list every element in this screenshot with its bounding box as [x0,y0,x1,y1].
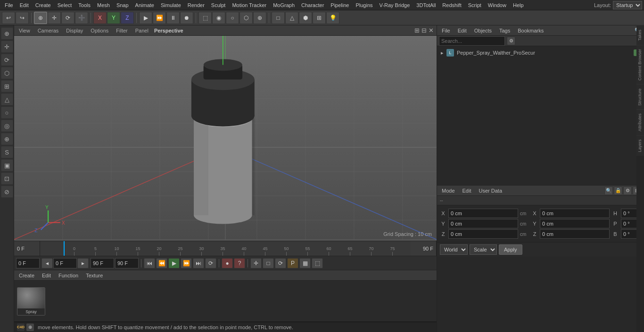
menu-help[interactable]: Help [510,1,527,9]
playback-play-button[interactable]: ▶ [168,258,180,268]
vtab-attributes[interactable]: Attributes [636,109,644,135]
playback-arrow-left[interactable]: ◂ [41,258,53,268]
vtab-takes[interactable]: Takes [636,25,644,45]
coord-x-input[interactable] [448,209,518,218]
rotate-tool-button[interactable]: ⟳ [61,12,74,24]
menu-3dtall[interactable]: 3DTotAll [413,1,438,9]
menu-mograph[interactable]: MoGraph [270,1,297,9]
material-swatch-spray[interactable]: Spray [17,287,45,316]
poly-mode-button[interactable]: ⬢ [299,12,312,24]
om-object-item[interactable]: ▸ L Pepper_Spray_Walther_ProSecur [439,48,642,57]
om-search-input[interactable] [439,36,505,46]
playback-question-button[interactable]: ? [234,258,245,268]
sidebar-btn-10[interactable]: S [1,146,13,158]
attr-search-icon[interactable]: 🔍 [604,186,613,195]
mat-create-menu[interactable]: Create [17,273,36,278]
viewport-settings-icon[interactable]: ⊟ [421,27,427,34]
sidebar-btn-9[interactable]: ⊕ [1,133,13,145]
menu-edit[interactable]: Edit [17,1,32,9]
playback-box-icon[interactable]: □ [263,258,274,268]
attr-mode-menu[interactable]: Mode [440,188,457,194]
snap-hex-button[interactable]: ⬡ [239,12,253,24]
redo-button[interactable]: ↪ [16,12,29,24]
mat-function-menu[interactable]: Function [57,273,80,278]
playback-rot-icon[interactable]: ⟳ [275,258,286,268]
menu-select[interactable]: Select [55,1,75,9]
snap-cube-button[interactable]: ⬚ [198,12,212,24]
menu-tools[interactable]: Tools [75,1,93,9]
om-objects-menu[interactable]: Objects [472,28,494,33]
menu-pipeline[interactable]: Pipeline [328,1,352,9]
menu-motion-tracker[interactable]: Motion Tracker [229,1,269,9]
sidebar-btn-7[interactable]: ○ [1,106,13,119]
timeline-ruler[interactable]: 0 5 10 15 20 25 30 35 40 45 50 55 60 65 … [40,241,411,256]
vtab-content-browser[interactable]: Content Browser [636,45,644,84]
render-settings-button[interactable]: ⏺ [180,12,193,24]
attr-gear-icon[interactable]: ⚙ [623,186,632,195]
playback-total-frames[interactable] [115,258,139,268]
sidebar-btn-6[interactable]: △ [1,93,13,105]
playback-prev-frame-button[interactable]: ⏪ [156,258,167,268]
sidebar-btn-1[interactable]: ⊕ [1,27,13,40]
sidebar-btn-13[interactable]: ⊘ [1,186,13,198]
menu-render[interactable]: Render [185,1,207,9]
snap-mesh-button[interactable]: ⊕ [253,12,266,24]
layout-selector[interactable]: Layout: Startup [594,1,642,9]
viewport-panel-menu[interactable]: Panel [133,28,150,33]
viewport-expand-icon[interactable]: ⊞ [414,27,420,34]
menu-vray[interactable]: V-Ray Bridge [377,1,413,9]
menu-animate[interactable]: Animate [132,1,157,9]
uv-mode-button[interactable]: ⊞ [313,12,326,24]
attr-lock-icon[interactable]: 🔒 [614,186,622,195]
playback-record-button[interactable]: ● [222,258,233,268]
menu-mesh[interactable]: Mesh [94,1,113,9]
menu-sculpt[interactable]: Sculpt [208,1,229,9]
sidebar-btn-5[interactable]: ⊞ [1,80,13,92]
mat-edit-menu[interactable]: Edit [40,273,53,278]
menu-simulate[interactable]: Simulate [158,1,184,9]
playback-grid-icon[interactable]: ▦ [299,258,311,268]
cinema4d-icon[interactable]: C4D [17,324,25,331]
status-icon-2[interactable]: ⊕ [26,324,34,331]
render-active-button[interactable]: ⏩ [153,12,166,24]
snap-dot-button[interactable]: ◉ [212,12,225,24]
menu-character[interactable]: Character [298,1,327,9]
playback-to-start-button[interactable]: ⏮ [144,258,155,268]
menu-window[interactable]: Window [485,1,509,9]
menu-plugins[interactable]: Plugins [353,1,375,9]
attr-userdata-menu[interactable]: User Data [477,188,504,194]
viewport-close-icon[interactable]: ✕ [429,27,434,34]
sidebar-btn-8[interactable]: ◎ [1,120,13,132]
scale-select[interactable]: Scale [470,244,497,255]
move-tool-button[interactable]: ✛ [48,12,61,24]
attr-edit-menu[interactable]: Edit [461,188,473,194]
vtab-structure[interactable]: Structure [636,84,644,110]
menu-file[interactable]: File [2,1,16,9]
om-tags-menu[interactable]: Tags [497,28,512,33]
y-axis-button[interactable]: Y [107,12,120,24]
coord-z-input[interactable] [448,229,518,239]
playback-current-frame[interactable] [53,258,77,268]
playback-move-icon[interactable]: ✛ [250,258,262,268]
x-axis-button[interactable]: X [93,12,107,24]
menu-snap[interactable]: Snap [114,1,132,9]
coord-y-input[interactable] [448,219,518,228]
om-file-menu[interactable]: File [440,28,452,33]
point-mode-button[interactable]: □ [272,12,285,24]
mat-texture-menu[interactable]: Texture [84,273,105,278]
sidebar-btn-11[interactable]: ▣ [1,159,13,171]
menu-redshift[interactable]: Redshift [439,1,464,9]
om-gear-icon[interactable]: ⚙ [507,37,515,45]
menu-script[interactable]: Script [465,1,484,9]
viewport-filter-menu[interactable]: Filter [114,28,129,33]
render-region-button[interactable]: ▶ [139,12,152,24]
playback-loop-button[interactable]: ⟳ [205,258,216,268]
viewport-cameras-menu[interactable]: Cameras [36,28,61,33]
playback-film-icon[interactable]: ⬚ [312,258,323,268]
playback-p-button[interactable]: P [287,258,298,268]
edge-mode-button[interactable]: △ [285,12,298,24]
world-select[interactable]: World [440,244,468,255]
select-tool-button[interactable]: ⊕ [34,12,47,24]
viewport-canvas[interactable]: X Y Z Grid Spacing : 10 cm [14,36,437,241]
sidebar-btn-4[interactable]: ⬡ [1,67,13,79]
